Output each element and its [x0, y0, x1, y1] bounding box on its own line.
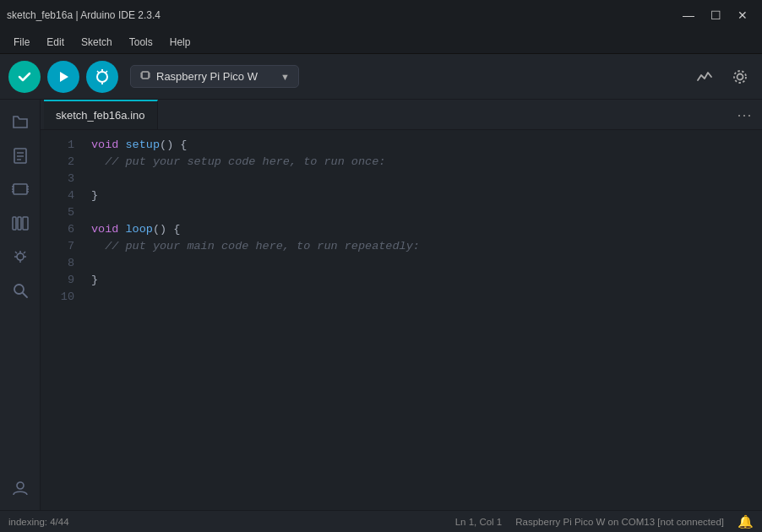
menu-sketch[interactable]: Sketch [74, 35, 119, 50]
verify-button[interactable] [8, 61, 41, 93]
sidebar-item-sketchbook[interactable] [5, 140, 35, 171]
status-right: Ln 1, Col 1 Raspberry Pi Pico W on COM13… [455, 514, 754, 529]
user-icon [11, 479, 30, 497]
debugger-button[interactable] [86, 61, 118, 93]
svg-rect-28 [23, 217, 28, 230]
folder-icon [11, 112, 30, 131]
toolbar: Raspberry Pi Pico W ▼ [0, 54, 762, 100]
menu-bar: File Edit Sketch Tools Help [0, 30, 762, 54]
svg-line-5 [97, 71, 99, 73]
maximize-button[interactable]: ☐ [703, 7, 728, 24]
code-editor[interactable]: 1 2 3 4 5 6 7 8 9 10 void setup() { // p… [41, 130, 762, 510]
sidebar-bottom [5, 473, 35, 503]
svg-point-14 [734, 71, 746, 83]
svg-rect-6 [142, 72, 149, 79]
close-button[interactable]: ✕ [730, 7, 755, 24]
settings-icon [731, 68, 749, 86]
svg-line-35 [24, 252, 25, 253]
menu-file[interactable]: File [7, 35, 36, 50]
tab-more-button[interactable]: ⋯ [730, 106, 759, 124]
indexing-status: indexing: 4/44 [8, 517, 69, 527]
board-chip-icon [139, 69, 151, 81]
menu-help[interactable]: Help [163, 35, 198, 50]
verify-icon [16, 68, 33, 85]
upload-icon [55, 68, 72, 85]
window-title: sketch_feb16a | Arduino IDE 2.3.4 [7, 9, 161, 21]
menu-tools[interactable]: Tools [122, 35, 160, 50]
editor-area: sketch_feb16a.ino ⋯ 1 2 3 4 5 6 7 8 9 10… [41, 100, 762, 510]
svg-point-38 [17, 482, 24, 489]
main-area: sketch_feb16a.ino ⋯ 1 2 3 4 5 6 7 8 9 10… [0, 100, 762, 510]
svg-line-37 [23, 293, 27, 297]
minimize-button[interactable]: — [676, 7, 701, 24]
menu-edit[interactable]: Edit [40, 35, 71, 50]
search-icon [11, 281, 30, 300]
svg-line-34 [15, 252, 17, 253]
svg-rect-26 [13, 217, 16, 230]
title-bar: sketch_feb16a | Arduino IDE 2.3.4 — ☐ ✕ [0, 0, 762, 30]
debug-icon [94, 68, 111, 85]
board-name: Raspberry Pi Pico W [156, 70, 275, 83]
svg-point-13 [738, 73, 743, 79]
svg-line-4 [106, 71, 107, 73]
debugger-sidebar-icon [11, 247, 30, 266]
sidebar [0, 100, 41, 510]
cursor-position: Ln 1, Col 1 [455, 517, 503, 527]
board-dropdown-icon: ▼ [280, 72, 290, 82]
sidebar-item-search[interactable] [5, 275, 35, 306]
toolbar-right-actions [691, 63, 754, 90]
sidebar-item-explorer[interactable] [5, 106, 35, 137]
upload-button[interactable] [47, 61, 79, 93]
svg-marker-0 [60, 72, 68, 82]
svg-point-1 [97, 72, 107, 82]
tab-bar: sketch_feb16a.ino ⋯ [41, 100, 762, 130]
window-controls: — ☐ ✕ [676, 7, 755, 24]
line-numbers: 1 2 3 4 5 6 7 8 9 10 [41, 130, 83, 510]
tab-label: sketch_feb16a.ino [56, 109, 145, 122]
board-selector[interactable]: Raspberry Pi Pico W ▼ [130, 65, 299, 88]
sidebar-item-debug[interactable] [5, 242, 35, 272]
board-manager-icon [11, 180, 30, 198]
sidebar-item-board-manager[interactable] [5, 174, 35, 204]
board-port-status[interactable]: Raspberry Pi Pico W on COM13 [not connec… [515, 517, 724, 527]
code-content[interactable]: void setup() { // put your setup code he… [83, 130, 762, 510]
svg-rect-19 [14, 184, 27, 194]
sketchbook-icon [11, 146, 30, 165]
serial-monitor-button[interactable] [691, 63, 718, 90]
library-manager-icon [11, 214, 30, 232]
sidebar-item-library-manager[interactable] [5, 208, 35, 238]
svg-rect-27 [18, 217, 21, 230]
serial-monitor-icon [695, 68, 714, 86]
board-selector-icon [139, 69, 151, 84]
settings-button[interactable] [727, 63, 754, 90]
svg-point-29 [17, 253, 24, 260]
svg-point-36 [14, 285, 24, 294]
notification-bell-icon[interactable]: 🔔 [738, 514, 754, 529]
sidebar-item-user[interactable] [5, 473, 35, 503]
status-bar: indexing: 4/44 Ln 1, Col 1 Raspberry Pi … [0, 510, 762, 532]
tab-sketch[interactable]: sketch_feb16a.ino [44, 100, 158, 129]
